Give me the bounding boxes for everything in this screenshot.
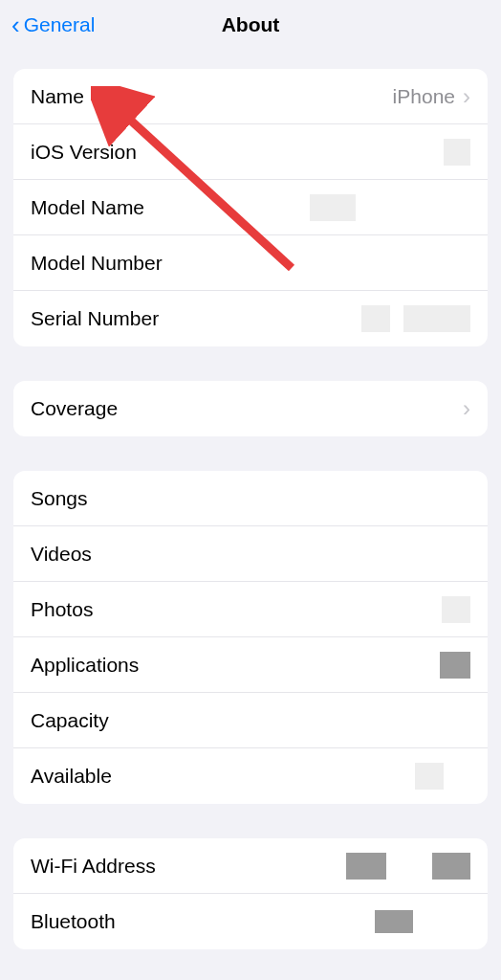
ios-version-row[interactable]: iOS Version — [13, 124, 488, 180]
redacted-value — [310, 194, 356, 221]
chevron-right-icon: › — [463, 395, 470, 422]
coverage-row[interactable]: Coverage › — [13, 381, 488, 436]
available-label: Available — [31, 765, 112, 788]
bluetooth-label: Bluetooth — [31, 910, 116, 933]
coverage-section: Coverage › — [13, 381, 488, 436]
model-number-row[interactable]: Model Number — [13, 235, 488, 291]
coverage-label: Coverage — [31, 397, 118, 420]
photos-row[interactable]: Photos — [13, 582, 488, 637]
name-value: iPhone — [393, 85, 455, 108]
capacity-label: Capacity — [31, 709, 109, 732]
redacted-value — [432, 853, 470, 880]
redacted-value — [444, 139, 470, 166]
applications-row[interactable]: Applications — [13, 637, 488, 693]
name-label: Name — [31, 85, 84, 108]
photos-label: Photos — [31, 598, 93, 621]
wifi-address-label: Wi-Fi Address — [31, 855, 156, 878]
redacted-value — [346, 853, 386, 880]
redacted-value — [375, 910, 413, 933]
back-label: General — [24, 13, 96, 36]
page-title: About — [222, 13, 280, 36]
ios-version-label: iOS Version — [31, 141, 137, 164]
serial-number-label: Serial Number — [31, 307, 159, 330]
redacted-value — [403, 305, 470, 332]
capacity-row[interactable]: Capacity — [13, 693, 488, 748]
available-row[interactable]: Available — [13, 748, 488, 804]
redacted-value — [442, 596, 470, 623]
back-button[interactable]: ‹ General — [11, 12, 95, 37]
bluetooth-row[interactable]: Bluetooth — [13, 894, 488, 949]
navigation-bar: ‹ General About — [0, 0, 501, 50]
serial-number-row[interactable]: Serial Number — [13, 291, 488, 346]
chevron-right-icon: › — [463, 83, 470, 110]
videos-label: Videos — [31, 543, 92, 566]
redacted-value — [361, 305, 390, 332]
model-number-label: Model Number — [31, 252, 163, 275]
songs-label: Songs — [31, 487, 88, 510]
device-info-section: Name iPhone › iOS Version Model Name Mod… — [13, 69, 488, 346]
network-section: Wi-Fi Address Bluetooth — [13, 838, 488, 949]
redacted-value — [415, 763, 444, 790]
redacted-value — [440, 652, 470, 679]
songs-row[interactable]: Songs — [13, 471, 488, 526]
model-name-row[interactable]: Model Name — [13, 180, 488, 235]
chevron-left-icon: ‹ — [11, 12, 20, 37]
wifi-address-row[interactable]: Wi-Fi Address — [13, 838, 488, 894]
videos-row[interactable]: Videos — [13, 526, 488, 582]
model-name-label: Model Name — [31, 196, 144, 219]
storage-section: Songs Videos Photos Applications Capacit… — [13, 471, 488, 804]
name-row[interactable]: Name iPhone › — [13, 69, 488, 124]
applications-label: Applications — [31, 654, 139, 677]
